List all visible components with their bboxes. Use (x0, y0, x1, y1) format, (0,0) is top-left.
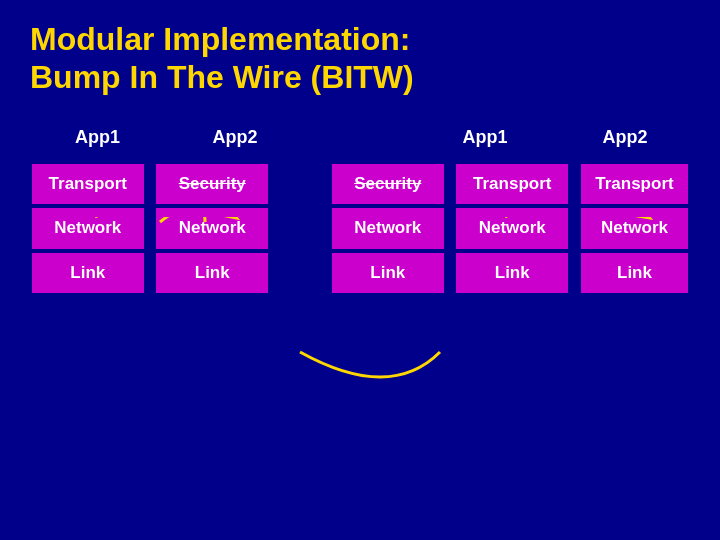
cell-link-3: Link (330, 251, 446, 295)
slide-title: Modular Implementation: Bump In The Wire… (30, 20, 690, 97)
stack-group-4: Transport Network Link (454, 162, 570, 295)
cell-transport-1: Transport (30, 162, 146, 206)
cell-link-4: Link (454, 251, 570, 295)
title-line1: Modular Implementation: (30, 21, 410, 57)
app2-right-label: App2 (560, 127, 690, 148)
cell-transport-5: Transport (579, 162, 690, 206)
stack-group-3: Security Network Link (330, 162, 446, 295)
cell-link-2: Link (154, 251, 270, 295)
app1-right-label: App1 (420, 127, 550, 148)
cell-network-4: Network (454, 206, 570, 250)
cell-network-5: Network (579, 206, 690, 250)
cell-link-5: Link (579, 251, 690, 295)
app-labels-row: App1 App2 App1 App2 (30, 127, 690, 148)
slide: Modular Implementation: Bump In The Wire… (0, 0, 720, 540)
app1-left-label: App1 (30, 127, 160, 148)
cell-network-1: Network (30, 206, 146, 250)
cell-network-3: Network (330, 206, 446, 250)
stacks-row: Transport Network Link Security Network … (30, 162, 690, 295)
cell-network-2: Network (154, 206, 270, 250)
title-line2: Bump In The Wire (BITW) (30, 59, 414, 95)
stack-group-2: Security Network Link (154, 162, 270, 295)
cell-transport-4: Transport (454, 162, 570, 206)
cell-security-right: Security (330, 162, 446, 206)
stack-group-1: Transport Network Link (30, 162, 146, 295)
cell-security-left: Security (154, 162, 270, 206)
cell-link-1: Link (30, 251, 146, 295)
stack-group-5: Transport Network Link (579, 162, 690, 295)
diagram-area: App1 App2 App1 App2 Transport Network (30, 127, 690, 507)
app2-left-label: App2 (170, 127, 300, 148)
